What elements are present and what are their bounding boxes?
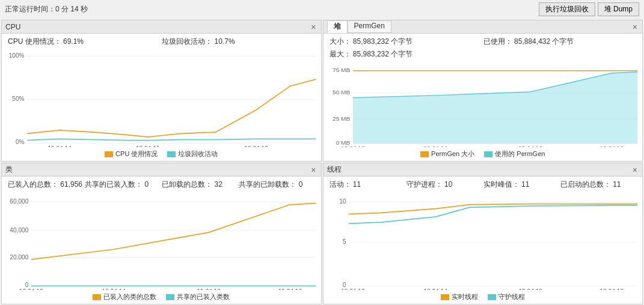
svg-text:19:04:14: 19:04:14 xyxy=(102,288,126,290)
cpu-stats: CPU 使用情况： 69.1% 垃圾回收活动： 10.7% xyxy=(2,34,321,50)
thread-legend-color-1 xyxy=(488,294,496,300)
class-stat-3: 共享的已卸载数： 0 xyxy=(239,179,314,190)
svg-text:19:04:16: 19:04:16 xyxy=(197,288,221,290)
heap-stat-0: 大小： 85,983,232 个字节 xyxy=(330,36,482,47)
svg-text:25 MB: 25 MB xyxy=(333,116,350,122)
class-legend-color-0 xyxy=(93,294,101,300)
svg-text:50%: 50% xyxy=(12,95,24,102)
heap-legend-1: 使用的 PermGen xyxy=(484,149,545,159)
svg-text:19:04:12: 19:04:12 xyxy=(341,288,365,290)
heap-stat-2: 最大： 85,983,232 个字节 xyxy=(330,49,482,60)
class-legend-label-0: 已装入的类的总数 xyxy=(103,292,156,301)
class-stat-1: 共享的已装入数： 0 xyxy=(85,179,161,190)
heap-tabs: 堆 PermGen xyxy=(327,20,391,33)
class-panel-header: 类 × xyxy=(2,163,321,177)
top-bar-buttons: 执行垃圾回收 堆 Dump xyxy=(539,2,639,16)
svg-text:19:04:14: 19:04:14 xyxy=(423,288,447,290)
class-stat-2: 已卸载的总数： 32 xyxy=(162,179,238,190)
thread-legend-color-0 xyxy=(441,294,449,300)
svg-text:60,000: 60,000 xyxy=(10,198,28,205)
class-panel-title: 类 xyxy=(5,165,13,175)
gc-button[interactable]: 执行垃圾回收 xyxy=(539,2,595,16)
thread-legend-label-1: 守护线程 xyxy=(498,292,525,301)
svg-text:20,000: 20,000 xyxy=(10,254,28,261)
heap-legend-label-0: PermGen 大小 xyxy=(431,149,474,159)
thread-panel-close[interactable]: × xyxy=(631,165,639,175)
heap-stats: 大小： 85,983,232 个字节 已使用： 85,884,432 个字节 最… xyxy=(324,34,643,62)
cpu-panel: CPU × CPU 使用情况： 69.1% 垃圾回收活动： 10.7% 100%… xyxy=(1,20,322,162)
runtime-label: 正常运行时间：0 分 14 秒 xyxy=(5,4,88,14)
cpu-legend: CPU 使用情况 垃圾回收活动 xyxy=(2,148,321,161)
thread-legend-label-0: 实时线程 xyxy=(452,292,478,301)
heap-chart-area: 75 MB 50 MB 25 MB 0 MB 19:04:12 19:04:14… xyxy=(324,62,643,148)
cpu-legend-color-1 xyxy=(167,151,176,157)
svg-text:40,000: 40,000 xyxy=(10,227,28,234)
class-panel-close[interactable]: × xyxy=(310,165,317,175)
thread-legend-0: 实时线程 xyxy=(441,292,478,301)
svg-text:19:04:18: 19:04:18 xyxy=(600,145,623,147)
thread-stat-3: 已启动的总数： 11 xyxy=(560,179,636,190)
thread-panel-header: 线程 × xyxy=(324,163,643,177)
thread-stat-0: 活动： 11 xyxy=(330,179,405,190)
cpu-panel-header: CPU × xyxy=(2,20,321,34)
heap-panel: 堆 PermGen × 大小： 85,983,232 个字节 已使用： 85,8… xyxy=(323,20,643,162)
cpu-legend-color-0 xyxy=(105,151,113,157)
cpu-chart: 100% 50% 0% 19:04:14 19:04:16 19:04:18 xyxy=(5,52,317,147)
thread-panel-title: 线程 xyxy=(327,165,342,175)
class-chart: 60,000 40,000 20,000 0 19:04:12 19:04:14… xyxy=(5,195,317,290)
heap-panel-header: 堆 PermGen × xyxy=(324,20,643,34)
thread-stats: 活动： 11 守护进程： 10 实时峰值： 11 已启动的总数： 11 xyxy=(324,177,643,193)
svg-text:5: 5 xyxy=(342,238,346,245)
class-legend: 已装入的类的总数 共享的已装入类数 xyxy=(2,291,321,304)
class-stats: 已装入的总数： 61,956 共享的已装入数： 0 已卸载的总数： 32 共享的… xyxy=(2,177,321,193)
thread-legend-1: 守护线程 xyxy=(488,292,525,301)
heap-legend-0: PermGen 大小 xyxy=(420,149,474,159)
cpu-legend-label-1: 垃圾回收活动 xyxy=(178,149,218,159)
heap-chart: 75 MB 50 MB 25 MB 0 MB 19:04:12 19:04:14… xyxy=(327,65,639,147)
heap-legend-color-0 xyxy=(420,151,429,157)
class-legend-label-1: 共享的已装入类数 xyxy=(177,292,230,301)
class-legend-color-1 xyxy=(166,294,174,300)
class-chart-area: 60,000 40,000 20,000 0 19:04:12 19:04:14… xyxy=(2,193,321,291)
cpu-panel-title: CPU xyxy=(5,23,20,31)
class-stat-0: 已装入的总数： 61,956 xyxy=(8,179,84,190)
svg-marker-21 xyxy=(352,72,637,143)
cpu-chart-area: 100% 50% 0% 19:04:14 19:04:16 19:04:18 xyxy=(2,50,321,148)
main-grid: CPU × CPU 使用情况： 69.1% 垃圾回收活动： 10.7% 100%… xyxy=(0,19,644,305)
thread-panel: 线程 × 活动： 11 守护进程： 10 实时峰值： 11 已启动的总数： 11 xyxy=(323,163,643,304)
svg-text:19:04:18: 19:04:18 xyxy=(600,288,624,290)
class-legend-1: 共享的已装入类数 xyxy=(166,292,230,301)
svg-text:50 MB: 50 MB xyxy=(333,89,350,95)
svg-text:75 MB: 75 MB xyxy=(333,67,350,73)
svg-text:19:04:18: 19:04:18 xyxy=(244,145,268,147)
heap-legend: PermGen 大小 使用的 PermGen xyxy=(324,148,643,161)
svg-text:19:04:12: 19:04:12 xyxy=(341,145,364,147)
dump-button[interactable]: 堆 Dump xyxy=(598,2,639,16)
cpu-panel-close[interactable]: × xyxy=(310,22,317,32)
svg-text:19:04:12: 19:04:12 xyxy=(19,288,43,290)
svg-text:19:04:16: 19:04:16 xyxy=(518,145,542,147)
heap-panel-close[interactable]: × xyxy=(631,22,639,32)
class-legend-0: 已装入的类的总数 xyxy=(93,292,156,301)
svg-text:19:04:18: 19:04:18 xyxy=(278,288,302,290)
cpu-legend-1: 垃圾回收活动 xyxy=(167,149,218,159)
tab-permgen[interactable]: PermGen xyxy=(348,20,391,33)
thread-stat-2: 实时峰值： 11 xyxy=(483,179,559,190)
svg-text:19:04:16: 19:04:16 xyxy=(518,288,542,290)
tab-heap[interactable]: 堆 xyxy=(327,20,348,33)
svg-text:10: 10 xyxy=(339,198,346,205)
heap-stat-1: 已使用： 85,884,432 个字节 xyxy=(483,36,636,47)
svg-text:19:04:14: 19:04:14 xyxy=(48,145,72,147)
svg-text:0%: 0% xyxy=(16,139,25,145)
thread-chart: 10 5 0 19:04:12 19:04:14 19:04:16 19:04:… xyxy=(327,195,639,290)
svg-text:19:04:16: 19:04:16 xyxy=(136,145,160,147)
thread-stat-1: 守护进程： 10 xyxy=(406,179,482,190)
heap-legend-label-1: 使用的 PermGen xyxy=(495,149,545,159)
thread-chart-area: 10 5 0 19:04:12 19:04:14 19:04:16 19:04:… xyxy=(324,193,643,291)
cpu-legend-label-0: CPU 使用情况 xyxy=(115,149,158,159)
svg-text:100%: 100% xyxy=(9,52,25,59)
class-panel: 类 × 已装入的总数： 61,956 共享的已装入数： 0 已卸载的总数： 32… xyxy=(1,163,322,304)
cpu-stat-0: CPU 使用情况： 69.1% xyxy=(8,36,161,47)
cpu-legend-0: CPU 使用情况 xyxy=(105,149,158,159)
svg-text:19:04:14: 19:04:14 xyxy=(423,145,447,147)
